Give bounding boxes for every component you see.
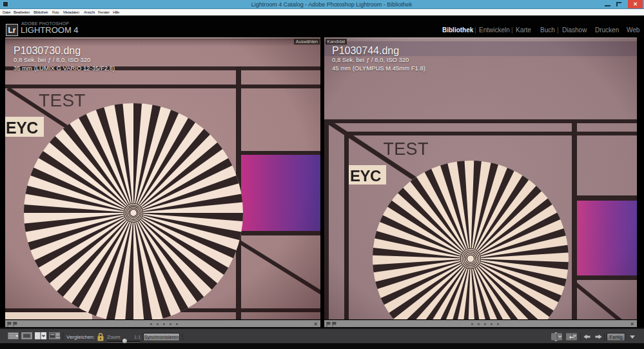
svg-text:TEST: TEST bbox=[384, 139, 429, 159]
svg-text:TEST: TEST bbox=[39, 90, 86, 110]
svg-text:EYC: EYC bbox=[350, 167, 381, 184]
svg-text:EYC: EYC bbox=[6, 119, 38, 137]
